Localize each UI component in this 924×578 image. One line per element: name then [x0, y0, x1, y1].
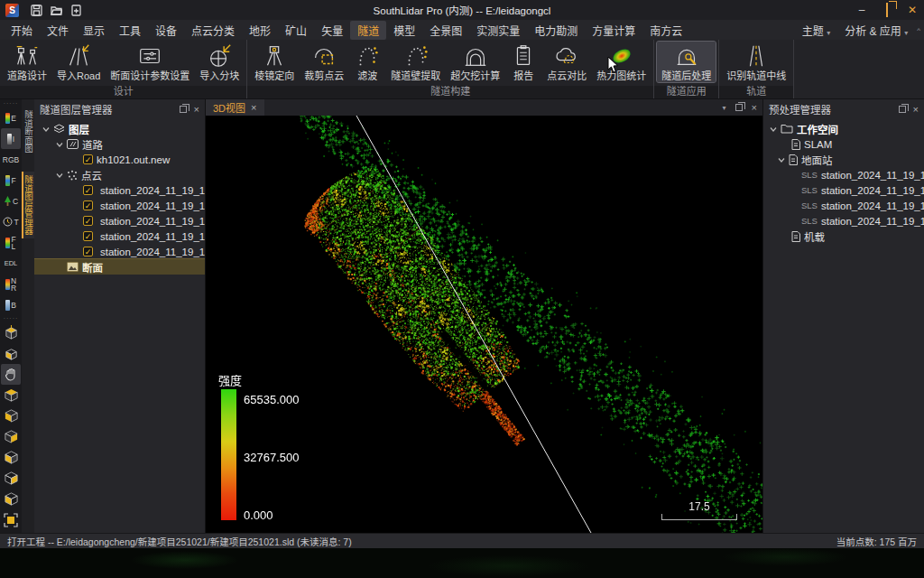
float-view-icon[interactable] [735, 104, 743, 111]
open-folder-icon[interactable] [50, 4, 62, 16]
tree-node-sls-station[interactable]: SLS station_2024_11_19_10_43_... [763, 167, 924, 182]
pan-tool-button[interactable] [1, 364, 21, 385]
menu-item[interactable]: 开始 [4, 21, 40, 40]
cube-right-view-button[interactable] [1, 447, 21, 468]
flag-mode-button[interactable]: F [1, 170, 21, 191]
menu-item[interactable]: 地形 [242, 21, 278, 40]
heatmap-stats-button[interactable]: 热力图统计 [592, 42, 651, 82]
save-icon[interactable] [30, 4, 42, 16]
tab-3d-view[interactable]: 3D视图 × [206, 99, 264, 116]
tree-node-sls-station[interactable]: SLS station_2024_11_19_10_52_... [763, 198, 924, 213]
drag-handle[interactable]: ····· [4, 100, 19, 107]
tree-node-sls-station[interactable]: SLS station_2024_11_19_11_01_... [763, 213, 924, 228]
menu-item[interactable]: 模型 [386, 21, 422, 40]
tree-node-slam[interactable]: SLAM [763, 136, 924, 152]
menu-item[interactable]: 文件 [40, 21, 76, 40]
intensity-mode-button[interactable]: I [1, 128, 21, 149]
detect-track-centerline-button[interactable]: 识别轨道中线 [722, 42, 790, 82]
pointcloud-canvas[interactable] [206, 116, 762, 533]
tree-node-road-file[interactable]: ✓ kh1021.out.new [34, 152, 205, 167]
cube-front-view-button[interactable] [1, 406, 21, 426]
checkbox-checked[interactable]: ✓ [83, 216, 93, 226]
tree-node-station[interactable]: ✓ station_2024_11_19_1... [34, 228, 205, 244]
checkbox-checked[interactable]: ✓ [83, 247, 93, 256]
checkbox-checked[interactable]: ✓ [83, 231, 93, 241]
tree-node-station[interactable]: ✓ station_2024_11_19_1... [34, 198, 205, 213]
menu-item[interactable]: 方量计算 [585, 21, 642, 40]
tunnel-wall-extract-button[interactable]: 隧道壁提取 [386, 42, 445, 82]
clip-pointcloud-button[interactable]: 裁剪点云 [300, 42, 348, 82]
menu-item[interactable]: 设备 [148, 21, 184, 40]
tab-list-dropdown-icon[interactable]: ▾ [723, 104, 726, 112]
report-button[interactable]: 报告 [505, 42, 541, 82]
filter-button[interactable]: 滤波 [349, 42, 385, 82]
tree-node-road[interactable]: 道路 [34, 136, 205, 152]
prism-orientation-button[interactable]: 棱镜定向 [250, 42, 299, 82]
elevation-mode-button[interactable]: E [1, 107, 21, 128]
tree-node-station[interactable]: ✓ station_2024_11_19_1... [34, 213, 205, 228]
road-design-button[interactable]: 道路设计 [3, 42, 51, 82]
menu-item[interactable]: 显示 [76, 21, 112, 40]
close-tab-icon[interactable]: × [251, 102, 256, 113]
checkbox-checked[interactable]: ✓ [83, 154, 93, 164]
float-panel-icon[interactable] [899, 106, 906, 113]
menu-item-active-tunnel[interactable]: 隧道 [350, 21, 386, 40]
tree-node-airborne[interactable]: 机载 [763, 228, 924, 244]
nr-mode-button[interactable]: NR [1, 274, 21, 294]
menu-item[interactable]: 工具 [112, 21, 148, 40]
minimize-button[interactable]: – [855, 4, 868, 16]
tab-tunnel-section-view[interactable]: 隧道断面图 [22, 107, 34, 157]
3d-viewport[interactable]: 强度 65535.000 32767.500 0.000 17.5 [206, 116, 762, 533]
import-road-button[interactable]: 导入Road [52, 42, 105, 82]
section-parameter-settings-button[interactable]: 断面设计参数设置 [106, 42, 194, 82]
rgb-mode-button[interactable]: RGB [1, 149, 21, 170]
new-file-icon[interactable] [69, 4, 82, 16]
import-blocks-button[interactable]: 导入分块 [195, 42, 244, 82]
cube-back-view-button[interactable] [1, 468, 21, 489]
pointcloud-compare-button[interactable]: 点云对比 [542, 42, 591, 82]
checkbox-checked[interactable]: ✓ [83, 185, 93, 195]
tree-node-workspace[interactable]: 工作空间 [763, 121, 924, 136]
menu-item[interactable]: 电力勘测 [527, 21, 585, 40]
open-box-tool-button[interactable] [1, 343, 21, 364]
theme-menu[interactable]: 主题 ▾ [797, 21, 836, 40]
menu-item[interactable]: 实测实量 [469, 21, 527, 40]
tree-node-pointcloud[interactable]: 点云 [34, 167, 205, 182]
edl-mode-button[interactable]: EDL [1, 253, 21, 274]
tree-node-layers[interactable]: 图层 [34, 121, 205, 136]
scroll-more-icon[interactable]: ⌄ [8, 530, 14, 533]
ribbon-group-design: 道路设计 导入Road 断面设计参数设置 导入分块 设计 [0, 40, 247, 98]
menu-item[interactable]: 点云分类 [184, 21, 242, 40]
select-region-button[interactable] [1, 509, 21, 530]
menu-item[interactable]: 矿山 [278, 21, 314, 40]
close-panel-icon[interactable]: × [194, 104, 199, 115]
tree-node-section-selected[interactable]: 断面 [34, 259, 205, 275]
overbreak-calc-button[interactable]: 超欠挖计算 [446, 42, 504, 82]
close-panel-icon[interactable]: × [913, 104, 919, 115]
time-mode-button[interactable]: T [1, 211, 21, 232]
tab-tunnel-layer-manager[interactable]: 隧道图层管理器 [22, 172, 34, 239]
b-mode-button[interactable]: B [1, 294, 21, 315]
menu-item[interactable]: 矢量 [314, 21, 350, 40]
restore-button[interactable] [881, 4, 893, 16]
tree-node-station[interactable]: ✓ station_2024_11_19_1... [34, 244, 205, 259]
tree-node-sls-station[interactable]: SLS station_2024_11_19_10_48_... [763, 182, 924, 198]
float-panel-icon[interactable] [180, 106, 187, 113]
cube-left-view-button[interactable] [1, 426, 21, 447]
menu-item[interactable]: 南方云 [642, 21, 689, 40]
checkbox-checked[interactable]: ✓ [83, 200, 93, 210]
pick-box-tool-button[interactable] [1, 322, 21, 343]
tree-node-station[interactable]: ✓ station_2024_11_19_1... [34, 182, 205, 198]
ribbon-group-label: 设计 [0, 86, 246, 98]
cube-top-view-button[interactable] [1, 385, 21, 406]
analysis-apps-menu[interactable]: 分析 & 应用 ▾ [839, 21, 913, 40]
tunnel-postprocess-button[interactable]: 隧道后处理 [657, 42, 716, 82]
collapse-ribbon-icon[interactable]: ^ [917, 26, 920, 34]
menu-item[interactable]: 全景图 [422, 21, 469, 40]
close-view-icon[interactable]: × [752, 102, 757, 113]
fl-mode-button[interactable]: FL [1, 232, 21, 253]
classification-mode-button[interactable]: C [1, 191, 21, 211]
cube-bottom-view-button[interactable] [1, 489, 21, 509]
tree-node-ground-station[interactable]: 地面站 [763, 152, 924, 167]
close-button[interactable]: ✕ [906, 4, 919, 16]
